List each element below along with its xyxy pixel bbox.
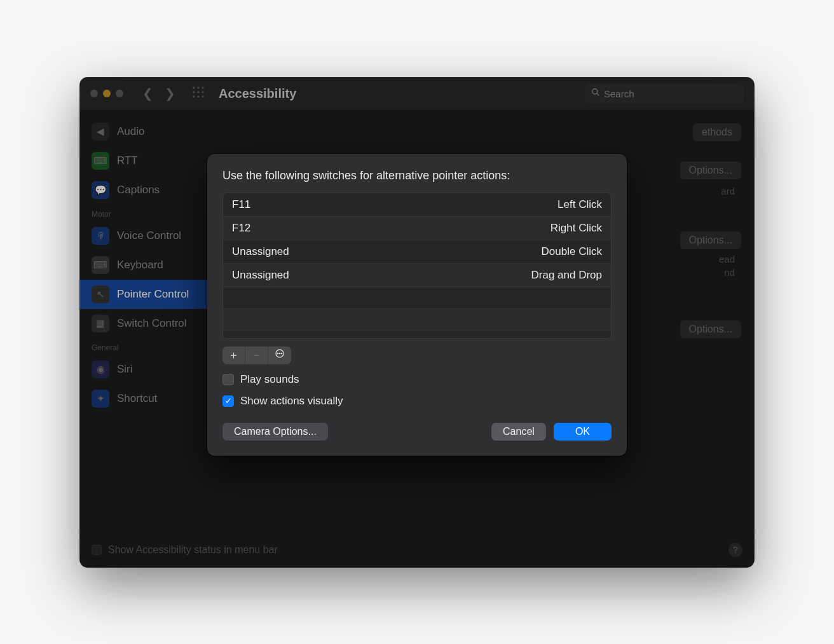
bg-options-button-3[interactable]: Options...: [680, 320, 741, 338]
play-sounds-row: Play sounds: [222, 373, 612, 386]
bg-methods-button[interactable]: ethods: [693, 123, 741, 141]
show-actions-label: Show actions visually: [240, 395, 343, 408]
sidebar-item-label: Pointer Control: [117, 288, 189, 301]
table-row[interactable]: Unassigned Drag and Drop: [223, 264, 611, 287]
maximize-window-button[interactable]: [116, 90, 123, 97]
switch-action: Left Click: [557, 198, 602, 211]
sidebar-item-label: Keyboard: [117, 259, 163, 271]
play-sounds-checkbox[interactable]: [222, 374, 234, 385]
minus-icon: －: [251, 348, 262, 362]
svg-point-14: [281, 353, 282, 353]
menubar-status-label: Show Accessibility status in menu bar: [108, 544, 278, 556]
play-sounds-label: Play sounds: [240, 373, 299, 386]
ok-button[interactable]: OK: [554, 423, 612, 441]
sidebar-item-keyboard[interactable]: ⌨︎ Keyboard: [80, 250, 207, 280]
shortcut-icon: ✦: [92, 390, 109, 408]
remove-switch-button[interactable]: －: [245, 346, 268, 364]
sidebar-item-label: Audio: [117, 125, 144, 138]
search-field[interactable]: [585, 84, 744, 103]
sidebar-item-label: Shortcut: [117, 392, 157, 405]
preferences-window: ❮ ❯ Accessibility ◀︎ Audio ⌨︎ RTT: [80, 78, 754, 567]
sidebar-item-label: Voice Control: [117, 230, 181, 242]
show-all-icon[interactable]: [192, 86, 205, 102]
show-actions-checkbox[interactable]: ✓: [222, 395, 234, 407]
pointer-icon: ↖︎: [92, 285, 109, 303]
table-row[interactable]: F11 Left Click: [223, 193, 611, 217]
show-actions-row: ✓ Show actions visually: [222, 395, 612, 408]
svg-point-12: [277, 353, 278, 353]
window-title: Accessibility: [219, 86, 296, 101]
svg-point-1: [197, 86, 199, 88]
switch-options-button[interactable]: [268, 346, 291, 364]
switch-key: F11: [232, 198, 250, 211]
add-switch-button[interactable]: ＋: [222, 346, 245, 364]
svg-line-10: [597, 93, 599, 96]
sidebar: ◀︎ Audio ⌨︎ RTT 💬 Captions Motor 🎙 Voice…: [80, 111, 207, 567]
table-row-empty: [223, 287, 611, 309]
section-label-motor: Motor: [80, 205, 207, 221]
switch-key: Unassigned: [232, 269, 289, 282]
svg-point-13: [279, 353, 280, 353]
captions-icon: 💬: [92, 181, 109, 199]
help-button[interactable]: ?: [728, 543, 742, 557]
switch-action: Drag and Drop: [531, 269, 602, 282]
svg-point-6: [193, 95, 195, 97]
svg-point-4: [197, 91, 199, 93]
switch-control-icon: ▦: [92, 315, 109, 332]
sidebar-item-siri[interactable]: ◉ Siri: [80, 355, 207, 384]
sidebar-item-label: Switch Control: [117, 317, 187, 330]
table-action-buttons: ＋ －: [222, 346, 291, 364]
camera-options-button[interactable]: Camera Options...: [222, 423, 328, 441]
sidebar-item-audio[interactable]: ◀︎ Audio: [80, 117, 207, 146]
switches-table: F11 Left Click F12 Right Click Unassigne…: [222, 193, 612, 339]
sidebar-item-pointer-control[interactable]: ↖︎ Pointer Control: [80, 280, 207, 309]
sidebar-item-label: Captions: [117, 184, 160, 196]
svg-point-9: [592, 89, 598, 94]
forward-button[interactable]: ❯: [165, 86, 175, 101]
table-row-empty: [223, 309, 611, 331]
sidebar-item-voice-control[interactable]: 🎙 Voice Control: [80, 221, 207, 250]
back-button[interactable]: ❮: [142, 86, 153, 101]
window-controls: [90, 90, 123, 97]
sidebar-item-label: RTT: [117, 154, 138, 167]
sidebar-item-rtt[interactable]: ⌨︎ RTT: [80, 146, 207, 175]
svg-point-8: [202, 95, 203, 97]
search-icon: [591, 88, 600, 99]
sheet-heading: Use the following switches for alternati…: [222, 169, 612, 182]
siri-icon: ◉: [92, 360, 109, 378]
sidebar-item-switch-control[interactable]: ▦ Switch Control: [80, 309, 207, 338]
search-input[interactable]: [604, 88, 737, 99]
sheet-buttons: Camera Options... Cancel OK: [222, 423, 612, 441]
rtt-icon: ⌨︎: [92, 152, 109, 170]
section-label-general: General: [80, 338, 207, 355]
switch-key: F12: [232, 222, 250, 235]
footer: Show Accessibility status in menu bar ?: [92, 543, 742, 557]
svg-point-0: [193, 86, 195, 88]
bg-options-button-1[interactable]: Options...: [680, 161, 741, 179]
alternative-pointer-actions-sheet: Use the following switches for alternati…: [207, 154, 627, 456]
toolbar: ❮ ❯ Accessibility: [80, 78, 754, 111]
cancel-button[interactable]: Cancel: [491, 423, 546, 441]
voice-control-icon: 🎙: [92, 227, 109, 245]
bg-text-nd: nd: [724, 267, 735, 278]
svg-point-7: [197, 95, 199, 97]
keyboard-icon: ⌨︎: [92, 256, 109, 274]
bg-text-ard: ard: [721, 186, 735, 196]
close-window-button[interactable]: [90, 90, 98, 97]
switch-key: Unassigned: [232, 245, 289, 258]
bg-options-button-2[interactable]: Options...: [680, 231, 741, 249]
sidebar-item-shortcut[interactable]: ✦ Shortcut: [80, 384, 207, 413]
svg-point-3: [193, 91, 195, 93]
switch-action: Double Click: [542, 245, 602, 258]
nav-arrows: ❮ ❯: [142, 86, 175, 101]
table-row[interactable]: F12 Right Click: [223, 217, 611, 240]
table-row[interactable]: Unassigned Double Click: [223, 240, 611, 264]
svg-point-2: [202, 86, 203, 88]
bg-text-ead: ead: [719, 254, 735, 264]
sidebar-item-captions[interactable]: 💬 Captions: [80, 175, 207, 205]
sidebar-item-label: Siri: [117, 363, 133, 376]
menubar-status-checkbox[interactable]: [92, 545, 102, 555]
ellipsis-icon: [275, 348, 285, 362]
minimize-window-button[interactable]: [103, 90, 111, 97]
audio-icon: ◀︎: [92, 123, 109, 140]
